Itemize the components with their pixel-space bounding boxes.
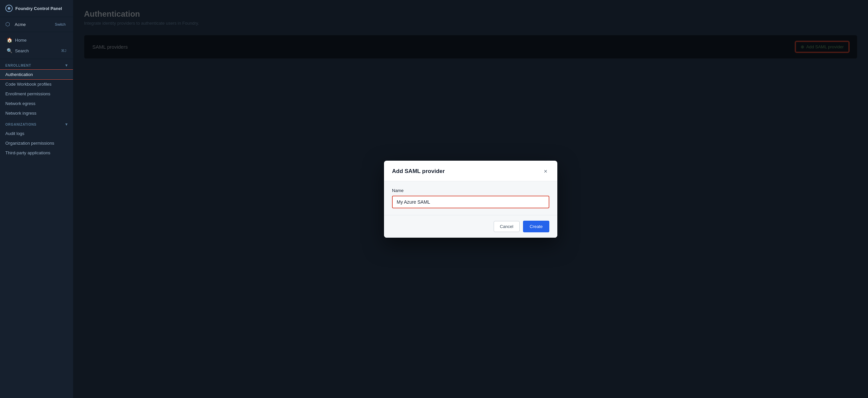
provider-name-input[interactable] [392, 196, 549, 208]
enrollment-section: ENROLLMENT ▾ Authentication Code Workboo… [0, 59, 73, 118]
switch-button[interactable]: Switch [53, 22, 68, 27]
sidebar-item-search[interactable]: 🔍 Search ⌘J [1, 45, 72, 56]
sidebar-item-network-ingress[interactable]: Network ingress [0, 108, 73, 118]
add-saml-provider-modal: Add SAML provider × Name Cancel Create [384, 161, 557, 238]
organizations-section-header: ORGANIZATIONS ▾ [0, 118, 73, 129]
sidebar-header: Foundry Control Panel [0, 0, 73, 17]
org-name: Acme [15, 22, 26, 27]
search-shortcut: ⌘J [61, 49, 67, 53]
sidebar: Foundry Control Panel ⬡ Acme Switch 🏠 Ho… [0, 0, 73, 398]
modal-close-button[interactable]: × [542, 167, 549, 176]
app-title: Foundry Control Panel [16, 6, 62, 11]
modal-footer: Cancel Create [384, 215, 557, 238]
organizations-section: ORGANIZATIONS ▾ Audit logs Organization … [0, 118, 73, 158]
enrollment-section-header: ENROLLMENT ▾ [0, 59, 73, 70]
modal-overlay: Add SAML provider × Name Cancel Create [73, 0, 868, 398]
sidebar-item-authentication[interactable]: Authentication [0, 70, 73, 79]
sidebar-item-organization-permissions[interactable]: Organization permissions [0, 138, 73, 148]
modal-title: Add SAML provider [392, 168, 445, 175]
main-content-area: Authentication Integrate identity provid… [73, 0, 868, 398]
org-icon: ⬡ [5, 21, 12, 28]
organizations-chevron-icon: ▾ [65, 122, 68, 127]
sidebar-item-code-workbook-profiles[interactable]: Code Workbook profiles [0, 79, 73, 89]
sidebar-item-third-party-applications[interactable]: Third-party applications [0, 148, 73, 158]
sidebar-item-enrollment-permissions[interactable]: Enrollment permissions [0, 89, 73, 99]
search-label: Search [15, 48, 29, 53]
cancel-button[interactable]: Cancel [494, 221, 520, 232]
home-icon: 🏠 [7, 37, 12, 43]
create-button[interactable]: Create [523, 221, 549, 232]
close-icon: × [544, 168, 547, 175]
org-switcher[interactable]: ⬡ Acme Switch [0, 17, 73, 32]
modal-body: Name [384, 181, 557, 215]
sidebar-item-network-egress[interactable]: Network egress [0, 99, 73, 108]
logo-icon [5, 5, 13, 12]
name-label: Name [392, 188, 549, 193]
enrollment-chevron-icon: ▾ [65, 63, 68, 68]
search-icon: 🔍 [7, 48, 12, 53]
modal-header: Add SAML provider × [384, 161, 557, 181]
home-label: Home [15, 38, 27, 43]
sidebar-item-audit-logs[interactable]: Audit logs [0, 129, 73, 138]
primary-nav: 🏠 Home 🔍 Search ⌘J [0, 32, 73, 59]
sidebar-item-home[interactable]: 🏠 Home [1, 35, 72, 45]
